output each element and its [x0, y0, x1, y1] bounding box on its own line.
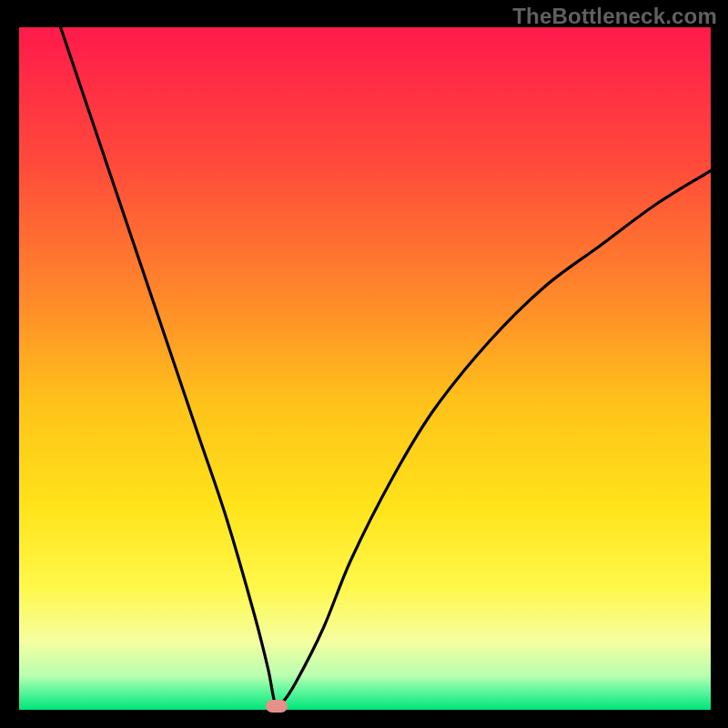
curve-layer	[19, 27, 711, 710]
watermark-text: TheBottleneck.com	[512, 4, 717, 29]
optimal-marker	[266, 700, 288, 713]
plot-area	[19, 27, 711, 710]
chart-frame: TheBottleneck.com	[0, 0, 728, 728]
bottleneck-curve	[61, 27, 711, 706]
